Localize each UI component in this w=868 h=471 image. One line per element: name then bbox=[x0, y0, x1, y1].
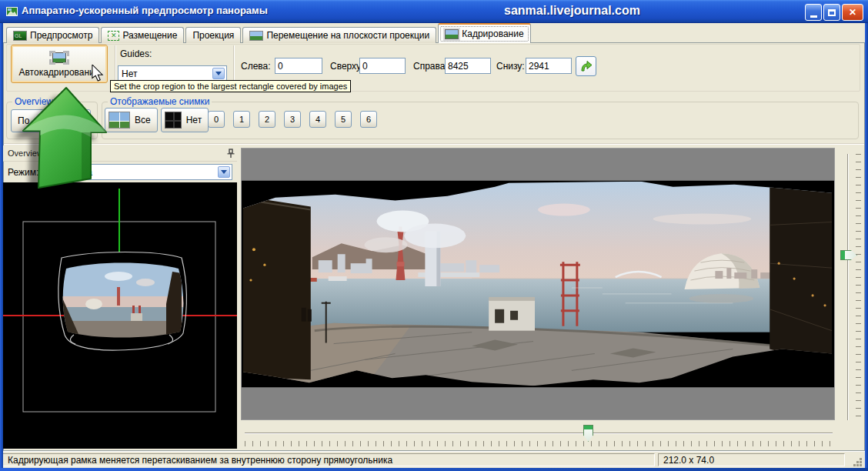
mouse-cursor bbox=[92, 65, 104, 82]
crop-top-input[interactable] bbox=[359, 58, 406, 74]
crop-bottom-label: Снизу: bbox=[496, 61, 525, 72]
crop-left-label: Слева: bbox=[241, 61, 271, 72]
gl-preview-icon: GL bbox=[13, 31, 27, 41]
image-button-6[interactable]: 6 bbox=[360, 111, 377, 128]
crop-right-label: Справа: bbox=[413, 61, 448, 72]
panorama-canvas[interactable] bbox=[241, 148, 835, 420]
minimize-icon bbox=[810, 15, 817, 18]
tab-preview[interactable]: GL Предпросмотр bbox=[6, 27, 99, 43]
overview-canvas[interactable] bbox=[3, 182, 237, 449]
show-no-images-button[interactable]: Нет bbox=[161, 108, 209, 132]
no-images-icon bbox=[165, 112, 182, 129]
vslider-ticks bbox=[856, 154, 861, 420]
watermark-text: sanmai.livejournal.com bbox=[504, 4, 640, 18]
tab-move-drag[interactable]: Перемещение на плоскости проекции bbox=[242, 27, 436, 43]
crop-size-value: 212.0 x 74.0 bbox=[663, 455, 714, 466]
apply-crop-button[interactable] bbox=[576, 56, 596, 76]
vslider-thumb[interactable] bbox=[840, 250, 857, 260]
autocrop-tooltip: Set the crop region to the largest recta… bbox=[110, 80, 351, 92]
guides-value: Нет bbox=[122, 68, 137, 79]
autocrop-icon bbox=[49, 51, 69, 65]
pin-icon[interactable] bbox=[226, 149, 235, 159]
crop-top-label: Сверху: bbox=[330, 61, 363, 72]
window-icon bbox=[5, 5, 19, 18]
panorama-icon bbox=[249, 31, 263, 41]
tab-crop[interactable]: Кадрирование bbox=[438, 23, 530, 43]
horizontal-pan-slider[interactable] bbox=[242, 422, 835, 448]
resize-grip[interactable] bbox=[853, 457, 863, 467]
window-border-right bbox=[865, 23, 868, 471]
maximize-icon bbox=[828, 9, 836, 16]
window-border-bottom bbox=[0, 468, 868, 471]
vslider-track[interactable] bbox=[847, 154, 849, 420]
minimize-button[interactable] bbox=[805, 4, 822, 21]
overview-render bbox=[3, 182, 237, 449]
panorama-render bbox=[242, 149, 834, 419]
close-button[interactable]: ✕ bbox=[842, 4, 863, 21]
image-button-4[interactable]: 4 bbox=[309, 111, 326, 128]
tab-projection[interactable]: Проекция bbox=[185, 27, 241, 43]
status-message-section: Кадрирующая рамка меняется перетаскивани… bbox=[2, 453, 655, 466]
crop-left-input[interactable] bbox=[275, 58, 322, 74]
status-size-section: 212.0 x 74.0 bbox=[658, 453, 845, 466]
autocrop-label: Автокадрирование bbox=[19, 67, 100, 78]
green-arrow-icon bbox=[579, 60, 593, 72]
hslider-thumb[interactable] bbox=[583, 425, 593, 442]
annotation-arrow-up bbox=[11, 82, 165, 205]
chevron-down-icon[interactable] bbox=[212, 68, 225, 79]
tab-layout[interactable]: ✕ Размещение bbox=[101, 27, 184, 43]
crop-photo-icon bbox=[445, 29, 459, 39]
layout-icon: ✕ bbox=[108, 31, 119, 41]
crop-bottom-input[interactable] bbox=[526, 58, 572, 74]
image-button-2[interactable]: 2 bbox=[259, 111, 275, 128]
image-button-3[interactable]: 3 bbox=[284, 111, 301, 128]
image-button-5[interactable]: 5 bbox=[335, 111, 352, 128]
hslider-ticks bbox=[245, 441, 833, 446]
vertical-pan-slider[interactable] bbox=[837, 148, 865, 431]
status-bar: Кадрирующая рамка меняется перетаскивани… bbox=[0, 451, 868, 468]
chevron-down-icon[interactable] bbox=[218, 166, 230, 178]
title-bar: Аппаратно-ускоренный предпросмотр панора… bbox=[0, 0, 868, 23]
guides-label: Guides: bbox=[120, 48, 152, 59]
image-number-buttons: 0 1 2 3 4 5 6 bbox=[208, 111, 377, 128]
window-border-left bbox=[0, 23, 3, 471]
close-icon: ✕ bbox=[849, 7, 856, 18]
crop-right-input[interactable] bbox=[445, 58, 491, 74]
maximize-button[interactable] bbox=[823, 4, 840, 21]
tab-strip: GL Предпросмотр ✕ Размещение Проекция Пе… bbox=[6, 23, 531, 43]
guides-select[interactable]: Нет bbox=[118, 65, 227, 82]
image-button-0[interactable]: 0 bbox=[208, 111, 225, 128]
image-button-1[interactable]: 1 bbox=[233, 111, 250, 128]
status-message: Кадрирующая рамка меняется перетаскивани… bbox=[8, 455, 392, 466]
hslider-track[interactable] bbox=[245, 433, 833, 434]
window-title: Аппаратно-ускоренный предпросмотр панора… bbox=[22, 5, 268, 16]
app-window: Аппаратно-ускоренный предпросмотр панора… bbox=[0, 0, 868, 471]
